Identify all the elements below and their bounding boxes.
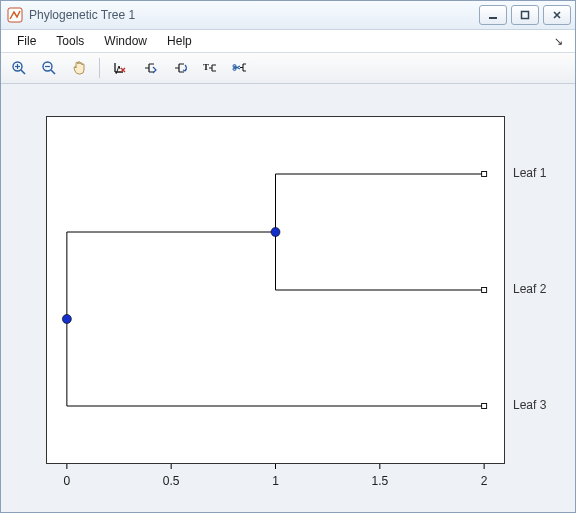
zoom-out-icon[interactable] bbox=[37, 56, 61, 80]
svg-rect-1 bbox=[489, 17, 497, 19]
figure-client-area: Leaf 1Leaf 2Leaf 300.511.52 bbox=[1, 84, 575, 512]
x-tick-label: 1.5 bbox=[371, 474, 388, 488]
menu-tools[interactable]: Tools bbox=[46, 34, 94, 48]
prune-icon[interactable] bbox=[228, 56, 252, 80]
x-tick-label: 0 bbox=[64, 474, 71, 488]
svg-line-8 bbox=[51, 70, 55, 74]
menu-help[interactable]: Help bbox=[157, 34, 202, 48]
internal-node-marker[interactable] bbox=[62, 315, 71, 324]
x-tick-label: 1 bbox=[272, 474, 279, 488]
leaf-marker[interactable] bbox=[482, 288, 487, 293]
pan-icon[interactable] bbox=[67, 56, 91, 80]
leaf-label: Leaf 2 bbox=[513, 282, 547, 296]
svg-line-4 bbox=[21, 70, 25, 74]
zoom-in-icon[interactable] bbox=[7, 56, 31, 80]
svg-text:T: T bbox=[203, 62, 209, 72]
title-bar: Phylogenetic Tree 1 bbox=[1, 1, 575, 30]
leaf-marker[interactable] bbox=[482, 404, 487, 409]
svg-rect-2 bbox=[522, 12, 529, 19]
close-button[interactable] bbox=[543, 5, 571, 25]
leaf-marker[interactable] bbox=[482, 172, 487, 177]
window-title: Phylogenetic Tree 1 bbox=[29, 8, 479, 22]
menu-file[interactable]: File bbox=[7, 34, 46, 48]
app-window: Phylogenetic Tree 1 File Tools Window He… bbox=[0, 0, 576, 513]
window-control-buttons bbox=[479, 5, 571, 25]
internal-node-marker[interactable] bbox=[271, 228, 280, 237]
maximize-button[interactable] bbox=[511, 5, 539, 25]
menu-bar: File Tools Window Help ↘ bbox=[1, 30, 575, 53]
rotate-branch-icon[interactable] bbox=[168, 56, 192, 80]
leaf-label: Leaf 1 bbox=[513, 166, 547, 180]
toolbar: T bbox=[1, 53, 575, 84]
inspect-tool-icon[interactable] bbox=[108, 56, 132, 80]
toolbar-separator bbox=[99, 58, 100, 78]
app-icon bbox=[7, 7, 23, 23]
x-tick-label: 0.5 bbox=[163, 474, 180, 488]
minimize-button[interactable] bbox=[479, 5, 507, 25]
leaf-label: Leaf 3 bbox=[513, 398, 547, 412]
collapse-expand-icon[interactable] bbox=[138, 56, 162, 80]
plot-area[interactable]: Leaf 1Leaf 2Leaf 300.511.52 bbox=[11, 92, 565, 504]
rename-leaf-icon[interactable]: T bbox=[198, 56, 222, 80]
x-tick-label: 2 bbox=[481, 474, 488, 488]
menu-window[interactable]: Window bbox=[94, 34, 157, 48]
dock-toggle-icon[interactable]: ↘ bbox=[548, 35, 569, 48]
